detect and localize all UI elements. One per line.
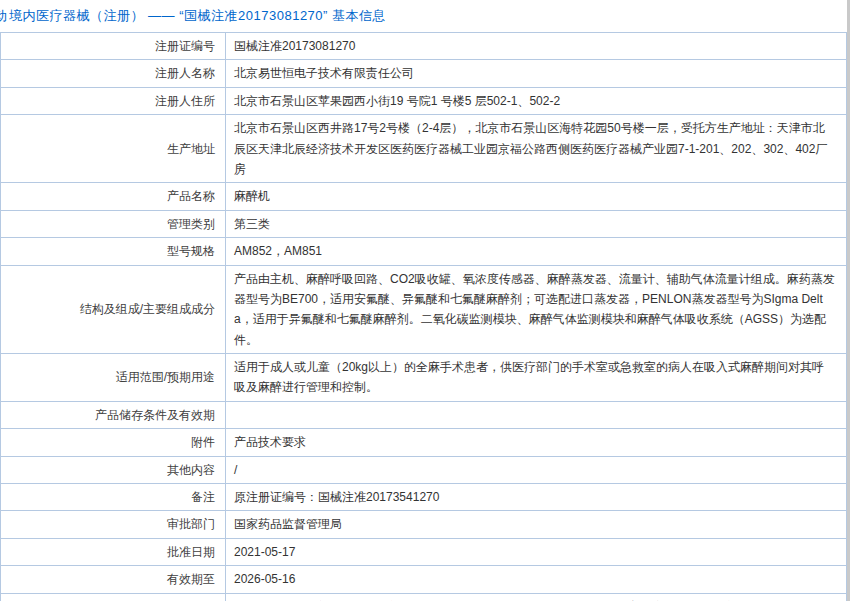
row-label-text: 有效期至	[167, 572, 215, 586]
row-label-text: 适用范围/预期用途	[116, 370, 215, 384]
row-value: 北京易世恒电子技术有限责任公司	[226, 60, 847, 87]
page-title: 境内医疗器械（注册） —— “国械注准20173081270” 基本信息	[9, 7, 386, 25]
row-value: 2026-05-16	[226, 566, 847, 593]
row-label: 生产地址	[1, 115, 226, 183]
title-icon: 动	[0, 7, 7, 25]
row-label: 注册证编号	[1, 33, 226, 60]
row-value: 麻醉机	[226, 183, 847, 210]
table-row: 产品储存条件及有效期	[1, 401, 847, 428]
row-value-text: 原注册证编号：国械注准20173541270	[234, 490, 439, 504]
row-label-text: 其他内容	[167, 463, 215, 477]
row-label-text: 备注	[191, 490, 215, 504]
row-label-text: 注册人名称	[155, 66, 215, 80]
table-row: 备注原注册证编号：国械注准20173541270	[1, 484, 847, 511]
row-value: 国家药品监督管理局	[226, 511, 847, 538]
row-label: 适用范围/预期用途	[1, 354, 226, 402]
table-row: 批准日期2021-05-17	[1, 538, 847, 565]
row-value: /	[226, 456, 847, 483]
row-label-text: 批准日期	[167, 545, 215, 559]
table-row: 其他内容/	[1, 456, 847, 483]
row-value: 北京市石景山区西井路17号2号楼（2-4层），北京市石景山区海特花园50号楼一层…	[226, 115, 847, 183]
row-label-text: 产品储存条件及有效期	[95, 408, 215, 422]
row-value-text: 第三类	[234, 217, 270, 231]
row-label: 审批部门	[1, 511, 226, 538]
row-label: 注册人住所	[1, 87, 226, 114]
row-label: 管理类别	[1, 210, 226, 237]
info-table-body: 注册证编号国械注准20173081270注册人名称北京易世恒电子技术有限责任公司…	[1, 33, 847, 601]
row-value-text: 2021-05-17	[234, 545, 295, 559]
row-label: 产品储存条件及有效期	[1, 401, 226, 428]
row-label: 备注	[1, 484, 226, 511]
row-label: 批准日期	[1, 538, 226, 565]
table-row: 变更情况2022-04-01 “生产地址：北京市石景山区西井路17号2号楼（2-…	[1, 593, 847, 601]
row-value: AM852，AM851	[226, 238, 847, 265]
row-value-text: 国械注准20173081270	[234, 39, 355, 53]
row-label-text: 注册人住所	[155, 94, 215, 108]
row-value-text: 北京市石景山区西井路17号2号楼（2-4层），北京市石景山区海特花园50号楼一层…	[234, 121, 827, 176]
row-value	[226, 401, 847, 428]
table-row: 型号规格AM852，AM851	[1, 238, 847, 265]
page-header: 动 境内医疗器械（注册） —— “国械注准20173081270” 基本信息	[0, 0, 847, 32]
row-value-text: 麻醉机	[234, 189, 270, 203]
row-label-text: 型号规格	[167, 244, 215, 258]
info-table: 注册证编号国械注准20173081270注册人名称北京易世恒电子技术有限责任公司…	[0, 32, 847, 601]
row-value-text: 国家药品监督管理局	[234, 517, 342, 531]
row-value-text: 适用于成人或儿童（20kg以上）的全麻手术患者，供医疗部门的手术室或急救室的病人…	[234, 360, 824, 394]
row-label: 变更情况	[1, 593, 226, 601]
row-value: 原注册证编号：国械注准20173541270	[226, 484, 847, 511]
table-row: 产品名称麻醉机	[1, 183, 847, 210]
registration-detail-page: 动 境内医疗器械（注册） —— “国械注准20173081270” 基本信息 注…	[0, 0, 847, 601]
row-label-text: 结构及组成/主要组成成分	[80, 302, 215, 316]
row-label: 注册人名称	[1, 60, 226, 87]
table-row: 注册人名称北京易世恒电子技术有限责任公司	[1, 60, 847, 87]
table-row: 注册人住所北京市石景山区苹果园西小街19 号院1 号楼5 层502-1、502-…	[1, 87, 847, 114]
row-label: 其他内容	[1, 456, 226, 483]
table-row: 适用范围/预期用途适用于成人或儿童（20kg以上）的全麻手术患者，供医疗部门的手…	[1, 354, 847, 402]
row-value: 适用于成人或儿童（20kg以上）的全麻手术患者，供医疗部门的手术室或急救室的病人…	[226, 354, 847, 402]
row-value: 2022-04-01 “生产地址：北京市石景山区西井路17号2号楼（2-4层），…	[226, 593, 847, 601]
row-label: 附件	[1, 429, 226, 456]
row-label: 结构及组成/主要组成成分	[1, 265, 226, 354]
row-label-text: 审批部门	[167, 517, 215, 531]
row-value-text: AM852，AM851	[234, 244, 322, 258]
table-row: 审批部门国家药品监督管理局	[1, 511, 847, 538]
row-value-text: 北京易世恒电子技术有限责任公司	[234, 66, 414, 80]
table-row: 附件产品技术要求	[1, 429, 847, 456]
table-row: 结构及组成/主要组成成分产品由主机、麻醉呼吸回路、CO2吸收罐、氧浓度传感器、麻…	[1, 265, 847, 354]
row-value: 产品由主机、麻醉呼吸回路、CO2吸收罐、氧浓度传感器、麻醉蒸发器、流量计、辅助气…	[226, 265, 847, 354]
row-value: 2021-05-17	[226, 538, 847, 565]
row-label-text: 注册证编号	[155, 39, 215, 53]
row-value: 第三类	[226, 210, 847, 237]
table-row: 有效期至2026-05-16	[1, 566, 847, 593]
row-label: 型号规格	[1, 238, 226, 265]
table-row: 注册证编号国械注准20173081270	[1, 33, 847, 60]
row-label-text: 管理类别	[167, 217, 215, 231]
table-row: 管理类别第三类	[1, 210, 847, 237]
row-label-text: 生产地址	[167, 142, 215, 156]
row-label-text: 产品名称	[167, 189, 215, 203]
row-value-text: 北京市石景山区苹果园西小街19 号院1 号楼5 层502-1、502-2	[234, 94, 560, 108]
row-label: 有效期至	[1, 566, 226, 593]
row-value: 北京市石景山区苹果园西小街19 号院1 号楼5 层502-1、502-2	[226, 87, 847, 114]
row-value: 产品技术要求	[226, 429, 847, 456]
row-value: 国械注准20173081270	[226, 33, 847, 60]
row-label-text: 附件	[191, 435, 215, 449]
row-value-text: /	[234, 463, 237, 477]
table-row: 生产地址北京市石景山区西井路17号2号楼（2-4层），北京市石景山区海特花园50…	[1, 115, 847, 183]
row-value-text: 2026-05-16	[234, 572, 295, 586]
row-value-text: 产品技术要求	[234, 435, 306, 449]
row-label: 产品名称	[1, 183, 226, 210]
row-value-text: 产品由主机、麻醉呼吸回路、CO2吸收罐、氧浓度传感器、麻醉蒸发器、流量计、辅助气…	[234, 272, 835, 347]
